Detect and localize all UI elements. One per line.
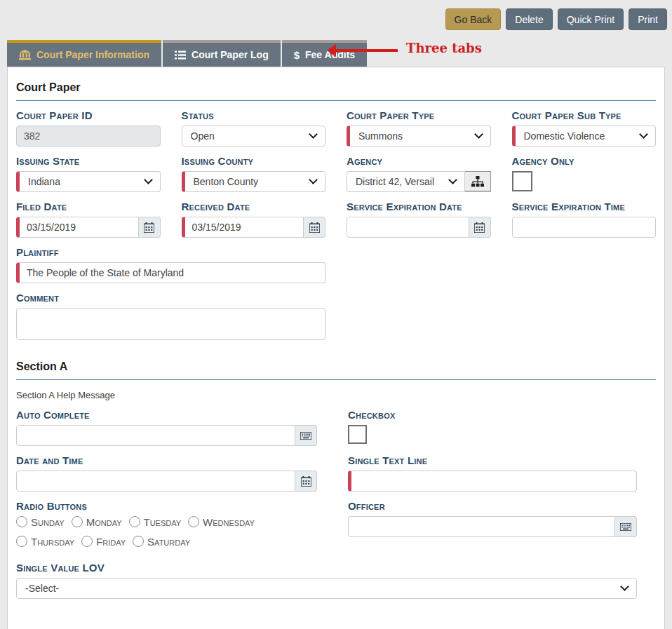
officer-input[interactable]: [348, 516, 615, 537]
field-court-paper-sub-type: Court Paper Sub Type Domestic Violence: [512, 101, 657, 147]
radio-saturday[interactable]: [133, 536, 144, 547]
comment-textarea[interactable]: [16, 308, 325, 340]
three-tabs-annotation: Three tabs: [330, 41, 482, 55]
radio-label: Saturday: [147, 536, 190, 547]
radio-tuesday[interactable]: [129, 516, 140, 527]
radio-wednesday[interactable]: [188, 516, 199, 527]
radio-option-saturday: Saturday: [133, 536, 190, 547]
court-paper-sub-type-value: Domestic Violence: [524, 130, 641, 142]
service-expiration-date-calendar-button[interactable]: [469, 217, 491, 238]
radio-label: Sunday: [31, 517, 65, 527]
date-and-time-input[interactable]: [16, 471, 295, 492]
field-single-value-lov: Single Value LOV -Select-: [16, 562, 637, 599]
agency-label: Agency: [347, 156, 491, 166]
court-paper-id-label: Court Paper ID: [16, 110, 161, 121]
field-plaintiff: Plaintiff: [16, 238, 325, 283]
single-value-lov-label: Single Value LOV: [16, 562, 637, 573]
chevron-down-icon: [309, 130, 318, 139]
radio-option-sunday: Sunday: [16, 516, 65, 527]
field-officer: Officer: [348, 492, 637, 547]
field-radio-buttons: Radio Buttons Sunday Monday Tuesday Wedn…: [16, 492, 317, 547]
service-expiration-date-input[interactable]: [347, 217, 469, 238]
court-paper-id-input: [16, 126, 161, 147]
date-and-time-label: Date and Time: [16, 455, 317, 466]
calendar-icon: [301, 476, 311, 487]
issuing-county-value: Benton County: [194, 176, 311, 187]
status-select[interactable]: Open: [182, 126, 326, 147]
calendar-icon: [309, 222, 320, 233]
auto-complete-keyboard-button[interactable]: [295, 425, 317, 446]
radio-label: Wednesday: [203, 517, 255, 527]
annotation-text: Three tabs: [406, 41, 482, 55]
radio-friday[interactable]: [81, 536, 93, 547]
court-paper-sub-type-select[interactable]: Domestic Violence: [512, 126, 657, 147]
service-expiration-time-input[interactable]: [512, 217, 657, 238]
radio-option-thursday: Thursday: [16, 536, 74, 547]
delete-button[interactable]: Delete: [506, 8, 552, 30]
field-comment: Comment: [16, 283, 325, 342]
status-value: Open: [191, 130, 311, 142]
agency-only-checkbox[interactable]: [512, 171, 532, 191]
filed-date-input[interactable]: [16, 217, 139, 238]
radio-label: Thursday: [31, 536, 74, 547]
tab-label: Court Paper Information: [36, 49, 149, 60]
field-single-text-line: Single Text Line: [348, 446, 637, 492]
single-value-lov-value: -Select-: [25, 583, 621, 594]
field-service-expiration-time: Service Expiration Time: [512, 192, 657, 238]
court-paper-form-panel: Court Paper Court Paper ID Status Open C…: [7, 67, 665, 629]
court-paper-fields: Court Paper ID Status Open Court Paper T…: [16, 101, 656, 342]
radio-thursday[interactable]: [16, 536, 27, 547]
section-a-title: Section A: [16, 351, 656, 380]
list-icon: [175, 50, 186, 60]
field-received-date: Received Date: [182, 192, 326, 238]
received-date-label: Received Date: [182, 201, 326, 212]
issuing-county-label: Issuing County: [182, 156, 326, 166]
radio-buttons-label: Radio Buttons: [16, 501, 317, 511]
tab-court-paper-log[interactable]: Court Paper Log: [163, 40, 281, 67]
received-date-calendar-button[interactable]: [304, 217, 325, 238]
date-and-time-calendar-button[interactable]: [295, 471, 317, 492]
received-date-input[interactable]: [182, 217, 304, 238]
issuing-county-select[interactable]: Benton County: [182, 171, 326, 192]
plaintiff-label: Plaintiff: [16, 247, 325, 257]
section-a-help-message: Section A Help Message: [16, 390, 656, 400]
agency-hierarchy-button[interactable]: [465, 171, 491, 192]
quick-print-button[interactable]: Quick Print: [558, 8, 624, 30]
tab-court-paper-information[interactable]: Court Paper Information: [7, 40, 161, 67]
chevron-down-icon: [448, 175, 457, 184]
field-service-expiration-date: Service Expiration Date: [347, 192, 491, 238]
issuing-state-select[interactable]: Indiana: [16, 171, 161, 192]
single-value-lov-select[interactable]: -Select-: [16, 578, 637, 599]
court-paper-type-select[interactable]: Summons: [347, 126, 491, 147]
officer-keyboard-button[interactable]: [615, 516, 637, 537]
auto-complete-input[interactable]: [16, 425, 295, 446]
agency-only-label: Agency Only: [512, 156, 657, 166]
dollar-icon: $: [294, 49, 300, 61]
radio-button-group: Sunday Monday Tuesday Wednesday Thursday: [16, 516, 317, 547]
filed-date-calendar-button[interactable]: [139, 217, 161, 238]
field-court-paper-type: Court Paper Type Summons: [347, 101, 491, 147]
court-paper-section-title: Court Paper: [16, 72, 656, 101]
section-a-checkbox[interactable]: [348, 425, 367, 444]
field-checkbox: Checkbox: [348, 400, 637, 446]
radio-label: Tuesday: [144, 517, 182, 527]
field-issuing-county: Issuing County Benton County: [182, 147, 326, 192]
officer-label: Officer: [348, 501, 637, 511]
status-label: Status: [182, 110, 326, 121]
agency-value: District 42, Versail: [356, 176, 450, 187]
comment-label: Comment: [16, 292, 325, 303]
courthouse-icon: [19, 50, 31, 60]
go-back-button[interactable]: Go Back: [445, 8, 502, 30]
checkbox-label: Checkbox: [348, 410, 637, 420]
single-text-line-input[interactable]: [348, 471, 637, 492]
radio-monday[interactable]: [72, 516, 83, 527]
left-arrow: [330, 49, 398, 52]
agency-select[interactable]: District 42, Versail: [347, 171, 465, 192]
print-button[interactable]: Print: [629, 8, 667, 30]
sitemap-icon: [471, 176, 484, 187]
field-agency: Agency District 42, Versail: [347, 147, 491, 192]
radio-sunday[interactable]: [16, 516, 27, 527]
plaintiff-input[interactable]: [16, 262, 325, 283]
court-paper-sub-type-label: Court Paper Sub Type: [512, 110, 657, 121]
field-agency-only: Agency Only: [512, 147, 657, 192]
